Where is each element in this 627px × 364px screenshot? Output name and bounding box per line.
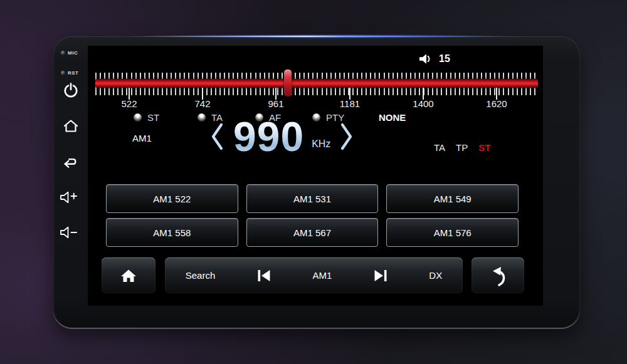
rds-flag: TA (434, 142, 445, 153)
frequency-unit: KHz (312, 138, 330, 150)
preset-grid: AM1 522 AM1 531 AM1 549 AM1 558 AM1 567 … (106, 184, 519, 247)
search-button[interactable]: Search (186, 270, 216, 281)
preset-button[interactable]: AM1 567 (246, 218, 379, 247)
power-icon (63, 83, 78, 99)
frequency-value: 990 (233, 116, 304, 157)
pty-value: NONE (379, 112, 406, 123)
reset-label: RST (68, 70, 79, 76)
next-button[interactable] (373, 269, 388, 283)
rds-flags: TA TP ST (434, 142, 490, 153)
scale-label: 1620 (486, 98, 507, 109)
speaker-icon (419, 53, 431, 65)
scale-label: 522 (121, 98, 137, 109)
scale-label: 1400 (413, 98, 433, 109)
home-button[interactable] (102, 257, 155, 293)
mic-hole: MIC (61, 50, 78, 56)
reset-hole-icon (61, 71, 65, 75)
top-light-streak (82, 33, 571, 39)
preset-button[interactable]: AM1 576 (386, 218, 519, 247)
tune-up-button[interactable] (339, 122, 353, 151)
mic-label: MIC (68, 50, 78, 56)
scene-background: MIC RST (0, 0, 627, 364)
volume-level: 15 (439, 53, 450, 65)
slider-handle[interactable] (284, 70, 292, 96)
tune-down-button[interactable] (211, 122, 224, 151)
dx-button[interactable]: DX (429, 270, 442, 281)
sphere-indicator-icon (134, 113, 142, 122)
volume-up-button[interactable] (60, 188, 78, 207)
reset-hole: RST (61, 70, 79, 76)
home-hard-button[interactable] (61, 117, 80, 135)
radio-toolbar: Search AM1 DX (165, 257, 463, 293)
scale-label: 742 (194, 98, 210, 109)
volume-down-button[interactable] (60, 223, 78, 242)
previous-button[interactable] (256, 269, 271, 283)
preset-button[interactable]: AM1 531 (246, 184, 379, 213)
tuning-slider[interactable] (95, 71, 538, 101)
volume-up-icon (60, 191, 78, 204)
return-button[interactable] (472, 257, 524, 293)
car-head-unit: MIC RST (53, 36, 580, 328)
radio-screen: 15 522 742 961 1181 1400 1620 (88, 46, 543, 306)
next-track-icon (373, 269, 388, 283)
sphere-indicator-icon (198, 113, 206, 122)
rds-flag: ST (478, 142, 490, 153)
mic-hole-icon (61, 51, 65, 55)
slider-track[interactable] (95, 79, 538, 88)
power-button[interactable] (61, 81, 80, 100)
toggle-label: ST (147, 112, 159, 123)
back-arrow-icon (63, 156, 79, 169)
preset-button[interactable]: AM1 558 (106, 218, 238, 247)
toggle-st[interactable]: ST (134, 112, 159, 123)
band-button[interactable]: AM1 (312, 270, 332, 281)
frequency-display: 990 KHz (211, 116, 353, 157)
preset-button[interactable]: AM1 522 (106, 184, 238, 213)
volume-down-icon (60, 226, 78, 239)
scale-label: 1181 (340, 98, 360, 109)
back-hard-button[interactable] (61, 153, 80, 172)
return-arrow-icon (487, 263, 509, 288)
scale-label: 961 (268, 98, 283, 109)
preset-button[interactable]: AM1 549 (386, 184, 519, 213)
band-label: AM1 (132, 133, 152, 143)
rds-flag: TP (456, 142, 468, 153)
home-outline-icon (63, 118, 79, 133)
volume-status: 15 (419, 53, 450, 65)
previous-track-icon (256, 269, 271, 283)
home-icon (120, 268, 137, 283)
